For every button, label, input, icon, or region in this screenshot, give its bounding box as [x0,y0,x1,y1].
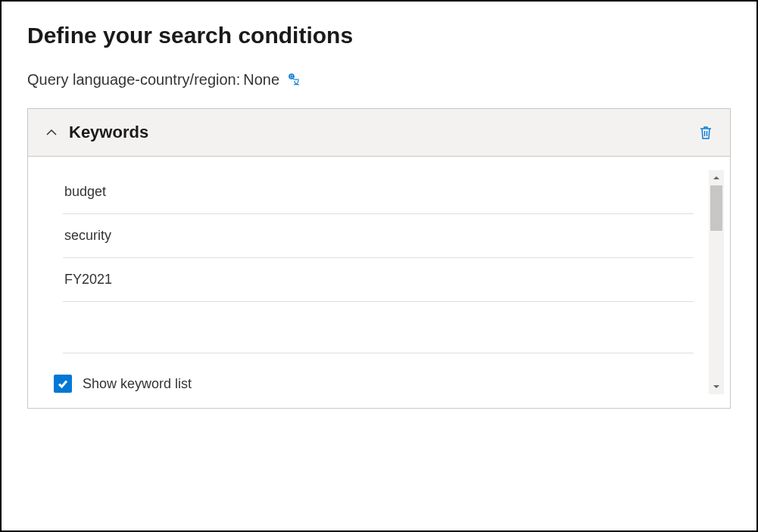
keyword-row[interactable]: FY2021 [63,258,694,302]
chevron-up-icon[interactable] [45,126,58,139]
query-language-label: Query language-country/region: [27,71,240,89]
keywords-panel-body: budget security FY2021 Show keyword list [28,157,730,408]
keyword-row[interactable]: budget [63,170,694,214]
keywords-panel-title: Keywords [69,123,148,142]
keyword-row[interactable]: security [63,214,694,258]
translate-icon[interactable] [287,73,302,88]
page-title: Define your search conditions [27,23,731,48]
keywords-panel-header: Keywords [28,109,730,157]
keyword-row-empty[interactable] [63,302,694,353]
show-keyword-list-checkbox[interactable] [54,375,72,393]
keywords-panel: Keywords budget security FY2021 [27,108,731,409]
scroll-up-arrow-icon[interactable] [709,170,724,185]
scrollbar[interactable] [709,170,724,394]
show-keyword-list-row: Show keyword list [28,353,709,408]
query-language-value: None [243,71,279,89]
scroll-thumb[interactable] [710,185,722,231]
scroll-down-arrow-icon[interactable] [709,379,724,394]
keywords-list: budget security FY2021 [63,170,694,353]
query-language-row: Query language-country/region: None [27,71,731,89]
trash-icon[interactable] [698,125,713,140]
show-keyword-list-label: Show keyword list [83,376,192,392]
